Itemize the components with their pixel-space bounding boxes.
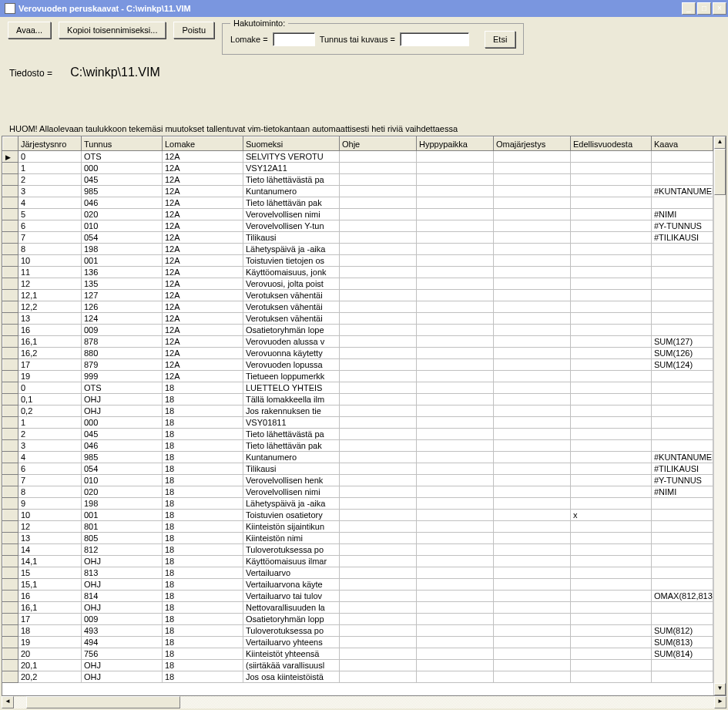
cell[interactable] xyxy=(340,301,417,313)
cell[interactable] xyxy=(571,452,652,463)
cell[interactable] xyxy=(340,382,417,394)
scroll-up-button[interactable]: ▲ xyxy=(714,136,726,149)
cell[interactable] xyxy=(494,544,571,556)
cell[interactable]: 12,2 xyxy=(18,301,82,313)
cell[interactable] xyxy=(417,405,494,417)
cell[interactable]: OTS xyxy=(82,151,163,163)
cell[interactable] xyxy=(340,510,417,521)
cell[interactable] xyxy=(652,556,713,567)
cell[interactable]: 18 xyxy=(163,544,243,556)
cell[interactable] xyxy=(571,429,652,440)
horizontal-scrollbar[interactable]: ◄ ► xyxy=(2,696,726,708)
cell[interactable] xyxy=(652,244,713,255)
cell[interactable] xyxy=(571,637,652,648)
cell[interactable] xyxy=(340,429,417,440)
cell[interactable]: 801 xyxy=(82,521,163,533)
cell[interactable]: Lähetyspäivä ja -aika xyxy=(243,498,340,510)
table-row[interactable]: 0,1OHJ18Tällä lomakkeella ilm xyxy=(3,394,713,405)
table-row[interactable]: 16,288012AVerovuonna käytettySUM(126) xyxy=(3,348,713,359)
cell[interactable] xyxy=(571,394,652,405)
cell[interactable]: Verovuoden alussa v xyxy=(243,336,340,348)
row-header[interactable] xyxy=(3,348,18,359)
cell[interactable]: Nettovarallisuuden la xyxy=(243,602,340,614)
cell[interactable]: 12A xyxy=(163,313,243,325)
cell[interactable] xyxy=(652,567,713,579)
cell[interactable]: Kuntanumero xyxy=(243,452,340,463)
cell[interactable]: 020 xyxy=(82,209,163,220)
cell[interactable] xyxy=(417,625,494,637)
row-header[interactable] xyxy=(3,486,18,498)
cell[interactable]: 12 xyxy=(18,521,82,533)
cell[interactable]: Kiinteistöt yhteensä xyxy=(243,648,340,660)
cell[interactable] xyxy=(571,267,652,278)
row-header[interactable] xyxy=(3,544,18,556)
table-row[interactable]: 20,2OHJ18Jos osa kiinteistöistä xyxy=(3,671,713,683)
cell[interactable] xyxy=(494,313,571,325)
cell[interactable] xyxy=(494,394,571,405)
cell[interactable]: 12A xyxy=(163,301,243,313)
row-header[interactable] xyxy=(3,637,18,648)
cell[interactable] xyxy=(417,359,494,371)
cell[interactable]: Osatietoryhmän lopp xyxy=(243,614,340,625)
cell[interactable] xyxy=(340,556,417,567)
cell[interactable]: 6 xyxy=(18,220,82,232)
cell[interactable]: Vertailuarvona käyte xyxy=(243,579,340,591)
table-row[interactable]: 1481218Tuloverotuksessa po xyxy=(3,544,713,556)
cell[interactable]: 18 xyxy=(18,625,82,637)
row-header[interactable] xyxy=(3,174,18,186)
cell[interactable]: Tuloverotuksessa po xyxy=(243,625,340,637)
table-row[interactable]: 1113612AKäyttöomaisuus, jonk xyxy=(3,267,713,278)
cell[interactable]: 812 xyxy=(82,544,163,556)
cell[interactable] xyxy=(652,394,713,405)
cell[interactable] xyxy=(571,544,652,556)
cell[interactable] xyxy=(340,290,417,301)
cell[interactable] xyxy=(652,660,713,671)
cell[interactable] xyxy=(417,429,494,440)
cell[interactable] xyxy=(571,625,652,637)
cell[interactable] xyxy=(571,591,652,602)
cell[interactable]: 12A xyxy=(163,151,243,163)
table-row[interactable]: 1380518Kiinteistön nimi xyxy=(3,533,713,544)
cell[interactable]: Vertailuarvo yhteens xyxy=(243,637,340,648)
cell[interactable] xyxy=(340,244,417,255)
cell[interactable] xyxy=(652,301,713,313)
cell[interactable] xyxy=(652,255,713,267)
cell[interactable]: 2 xyxy=(18,174,82,186)
cell[interactable] xyxy=(494,463,571,475)
cell[interactable]: 9 xyxy=(18,498,82,510)
cell[interactable]: 14 xyxy=(18,544,82,556)
cell[interactable] xyxy=(652,440,713,452)
table-row[interactable]: 502012AVerovelvollisen nimi#NIMI xyxy=(3,209,713,220)
cell[interactable] xyxy=(571,359,652,371)
cell[interactable] xyxy=(652,602,713,614)
cell[interactable]: 18 xyxy=(163,429,243,440)
cell[interactable]: Verovuonna käytetty xyxy=(243,348,340,359)
cell[interactable] xyxy=(340,163,417,174)
cell[interactable]: #TILIKAUSI xyxy=(652,232,713,244)
row-header[interactable] xyxy=(3,648,18,660)
cell[interactable] xyxy=(571,556,652,567)
cell[interactable]: 009 xyxy=(82,614,163,625)
row-header[interactable] xyxy=(3,267,18,278)
cell[interactable] xyxy=(494,567,571,579)
cell[interactable] xyxy=(340,336,417,348)
cell[interactable] xyxy=(494,209,571,220)
cell[interactable]: 18 xyxy=(163,637,243,648)
cell[interactable]: 16 xyxy=(18,325,82,336)
table-row[interactable]: 304618Tieto lähettävän pak xyxy=(3,440,713,452)
cell[interactable] xyxy=(494,556,571,567)
cell[interactable]: (siirtäkää varallisuusl xyxy=(243,660,340,671)
table-row[interactable]: 398512AKuntanumero#KUNTANUMER xyxy=(3,186,713,197)
cell[interactable] xyxy=(494,267,571,278)
column-header[interactable]: Lomake xyxy=(163,137,243,151)
cell[interactable] xyxy=(417,174,494,186)
cell[interactable] xyxy=(494,521,571,533)
cell[interactable] xyxy=(571,290,652,301)
cell[interactable] xyxy=(652,510,713,521)
cell[interactable]: 18 xyxy=(163,510,243,521)
cell[interactable]: 18 xyxy=(163,405,243,417)
cell[interactable]: Tilikausi xyxy=(243,232,340,244)
row-header[interactable] xyxy=(3,382,18,394)
cell[interactable] xyxy=(340,278,417,290)
column-header[interactable]: Ohje xyxy=(340,137,417,151)
